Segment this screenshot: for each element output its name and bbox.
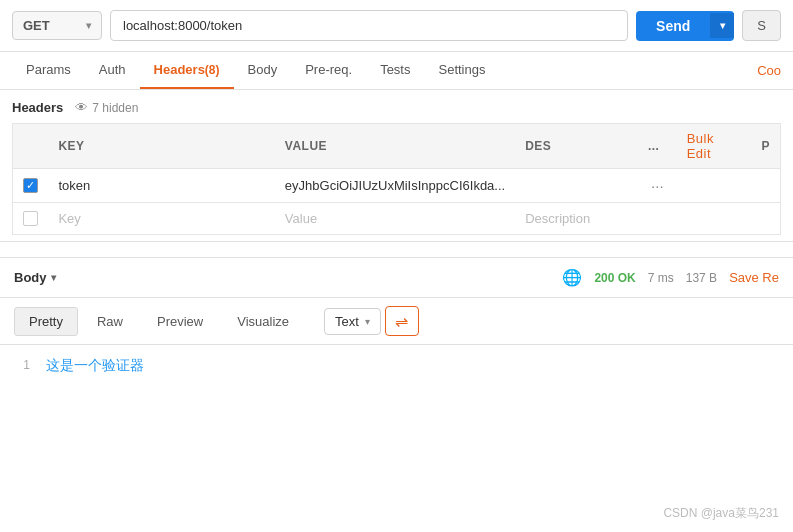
empty-more-cell [638,203,677,235]
empty-checkbox-cell [13,203,49,235]
table-header-row: KEY VALUE DES ... Bulk Edit P [13,124,781,169]
table-row: Key Value Description [13,203,781,235]
col-more-header: ... [638,124,677,169]
headers-table: KEY VALUE DES ... Bulk Edit P ✓ [12,123,781,235]
col-bulk-header[interactable]: Bulk Edit [677,124,752,169]
body-label: Body [14,270,47,285]
send-label: Send [636,11,710,41]
col-desc-header: DES [515,124,638,169]
send-button[interactable]: Send ▾ [636,11,734,41]
col-check [13,124,49,169]
status-info: 🌐 200 OK 7 ms 137 B Save Re [562,268,779,287]
headers-title: Headers [12,100,63,115]
eye-icon: 👁 [75,100,88,115]
format-select-button[interactable]: Text ▾ [324,308,381,335]
response-body-section: Body ▾ 🌐 200 OK 7 ms 137 B Save Re Prett… [0,258,793,387]
desc-cell[interactable] [515,169,638,203]
tab-params[interactable]: Params [12,52,85,89]
send-dropdown-arrow[interactable]: ▾ [710,13,734,38]
value-placeholder: Value [285,211,317,226]
bulk-cell [677,169,752,203]
value-cell[interactable]: eyJhbGciOiJIUzUxMiIsInppcCI6Ikda... [275,169,515,203]
tab-visualize[interactable]: Visualize [222,307,304,336]
spacer [0,242,793,258]
tab-preview[interactable]: Preview [142,307,218,336]
more-dots-icon[interactable]: ··· [651,177,664,194]
key-placeholder: Key [58,211,80,226]
response-time: 7 ms [648,271,674,285]
hidden-count: 7 hidden [92,101,138,115]
empty-checkbox[interactable] [23,211,38,226]
tab-headers-badge: (8) [205,63,220,77]
method-arrow-icon: ▾ [86,20,91,31]
body-tabs: Pretty Raw Preview Visualize Text ▾ ⇌ [0,298,793,345]
cookies-link[interactable]: Coo [757,53,781,88]
tab-headers[interactable]: Headers(8) [140,52,234,89]
tab-settings[interactable]: Settings [424,52,499,89]
col-p-header: P [751,124,780,169]
request-tabs: Params Auth Headers(8) Body Pre-req. Tes… [0,52,793,90]
method-selector[interactable]: GET ▾ [12,11,102,40]
body-arrow-icon: ▾ [51,272,56,283]
line-number: 1 [14,357,30,372]
headers-panel: Headers 👁 7 hidden KEY VALUE DES ... Bul… [0,90,793,242]
method-label: GET [23,18,50,33]
empty-p-cell [751,203,780,235]
col-key-header: KEY [48,124,274,169]
tab-pretty[interactable]: Pretty [14,307,78,336]
empty-key-cell[interactable]: Key [48,203,274,235]
empty-bulk-cell [677,203,752,235]
bulk-edit-button[interactable]: Bulk Edit [687,131,714,161]
hidden-badge: 👁 7 hidden [75,100,138,115]
format-label: Text [335,314,359,329]
wrap-button[interactable]: ⇌ [385,306,419,336]
status-code: 200 OK [594,271,635,285]
format-dropdown[interactable]: Text ▾ [324,308,381,335]
p-cell [751,169,780,203]
tab-prereq[interactable]: Pre-req. [291,52,366,89]
table-row: ✓ token eyJhbGciOiJIUzUxMiIsInppcCI6Ikda… [13,169,781,203]
more-options-cell[interactable]: ··· [638,169,677,203]
url-bar: GET ▾ Send ▾ S [0,0,793,52]
checkbox-cell: ✓ [13,169,49,203]
empty-desc-cell[interactable]: Description [515,203,638,235]
row-checkbox[interactable]: ✓ [23,178,38,193]
tab-raw[interactable]: Raw [82,307,138,336]
checkmark-icon: ✓ [26,180,35,191]
response-content: 1 这是一个验证器 [0,345,793,387]
line-row: 1 这是一个验证器 [14,357,779,375]
tab-tests[interactable]: Tests [366,52,424,89]
tab-auth[interactable]: Auth [85,52,140,89]
headers-title-row: Headers 👁 7 hidden [12,100,781,115]
body-header: Body ▾ 🌐 200 OK 7 ms 137 B Save Re [0,258,793,298]
line-content: 这是一个验证器 [46,357,144,375]
wrap-icon: ⇌ [395,312,408,331]
col-value-header: VALUE [275,124,515,169]
body-toggle[interactable]: Body ▾ [14,270,56,285]
empty-value-cell[interactable]: Value [275,203,515,235]
desc-placeholder: Description [525,211,590,226]
format-arrow-icon: ▾ [365,316,370,327]
save-button[interactable]: S [742,10,781,41]
url-input[interactable] [110,10,628,41]
tab-headers-label: Headers [154,62,205,77]
response-size: 137 B [686,271,717,285]
tab-body[interactable]: Body [234,52,292,89]
save-response-button[interactable]: Save Re [729,270,779,285]
globe-icon[interactable]: 🌐 [562,268,582,287]
key-cell[interactable]: token [48,169,274,203]
